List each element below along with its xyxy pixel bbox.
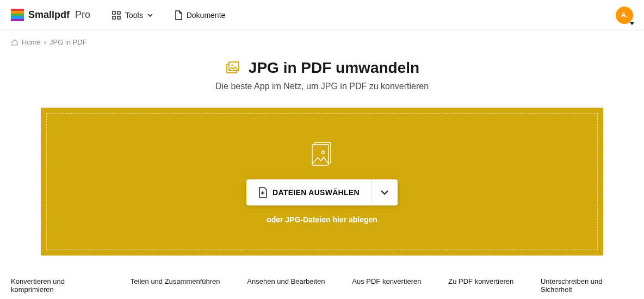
- breadcrumb-separator: ›: [44, 38, 46, 46]
- chevron-down-icon: [630, 22, 634, 25]
- chevron-down-icon: [381, 190, 388, 195]
- footer-col-split-merge[interactable]: Teilen und Zusammenführen: [131, 277, 220, 294]
- breadcrumb-home[interactable]: Home: [22, 38, 41, 46]
- svg-rect-1: [117, 11, 120, 14]
- file-add-icon: [258, 187, 267, 198]
- footer-col-convert-compress[interactable]: Konvertieren und komprimieren: [11, 277, 103, 294]
- nav-tools[interactable]: Tools: [112, 11, 153, 20]
- choose-files-group: DATEIEN AUSWÄHLEN: [246, 179, 398, 205]
- footer-col-sign-secure[interactable]: Unterschreiben und Sicherheit: [541, 277, 633, 294]
- document-icon: [175, 10, 182, 20]
- nav-documents[interactable]: Dokumente: [175, 10, 226, 20]
- brand-tier: Pro: [75, 9, 90, 21]
- dropzone-hint: oder JPG-Dateien hier ablegen: [267, 215, 377, 224]
- logo-icon: [11, 9, 24, 22]
- user-avatar[interactable]: A.: [616, 7, 633, 24]
- brand-name: Smallpdf: [28, 9, 70, 21]
- svg-rect-8: [312, 145, 329, 165]
- svg-rect-0: [113, 11, 115, 14]
- image-to-pdf-icon: [225, 60, 241, 76]
- chevron-down-icon: [147, 14, 153, 17]
- footer-col-view-edit[interactable]: Ansehen und Bearbeiten: [247, 277, 325, 294]
- choose-files-button[interactable]: DATEIEN AUSWÄHLEN: [246, 179, 371, 205]
- brand-logo[interactable]: Smallpdf Pro: [11, 9, 90, 22]
- nav-tools-label: Tools: [125, 11, 143, 20]
- breadcrumb-current: JPG in PDF: [49, 38, 87, 46]
- breadcrumb: Home › JPG in PDF: [0, 30, 644, 54]
- footer-categories: Konvertieren und komprimieren Teilen und…: [0, 256, 644, 299]
- svg-rect-3: [117, 16, 120, 19]
- page-title: JPG in PDF umwandeln: [225, 59, 419, 77]
- svg-point-6: [231, 65, 233, 66]
- image-stack-icon: [307, 139, 337, 170]
- page-subtitle: Die beste App im Netz, um JPG in PDF zu …: [0, 82, 644, 91]
- choose-files-dropdown[interactable]: [371, 179, 398, 205]
- nav-documents-label: Dokumente: [187, 11, 226, 20]
- avatar-initials: A.: [621, 11, 628, 19]
- grid-icon: [112, 11, 121, 20]
- footer-col-from-pdf[interactable]: Aus PDF konvertieren: [352, 277, 421, 294]
- file-dropzone[interactable]: DATEIEN AUSWÄHLEN oder JPG-Dateien hier …: [41, 108, 603, 256]
- footer-col-to-pdf[interactable]: Zu PDF konvertieren: [448, 277, 513, 294]
- svg-rect-2: [113, 16, 115, 19]
- home-icon: [11, 39, 18, 46]
